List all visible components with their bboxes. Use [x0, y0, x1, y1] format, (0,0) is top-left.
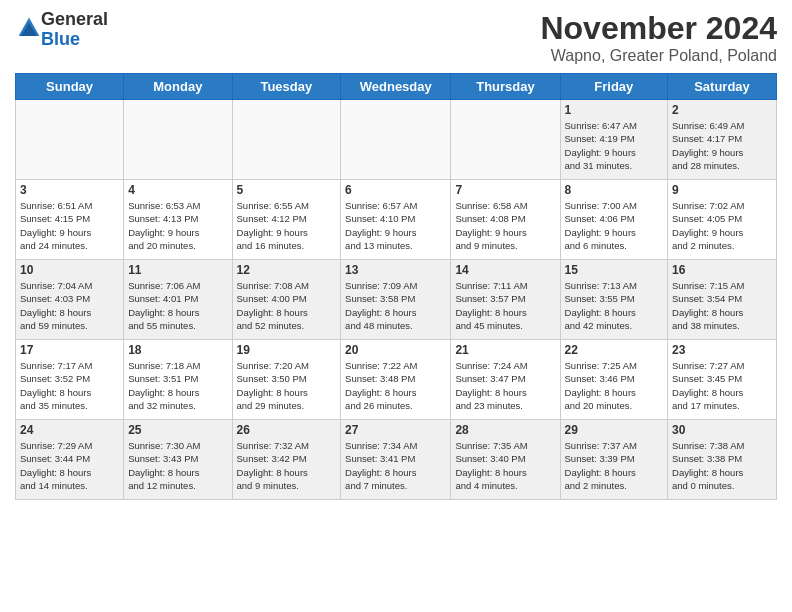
day-info: Sunrise: 7:08 AM Sunset: 4:00 PM Dayligh… — [237, 279, 337, 332]
calendar-header-thursday: Thursday — [451, 74, 560, 100]
day-info: Sunrise: 7:06 AM Sunset: 4:01 PM Dayligh… — [128, 279, 227, 332]
calendar-header-wednesday: Wednesday — [341, 74, 451, 100]
day-info: Sunrise: 7:15 AM Sunset: 3:54 PM Dayligh… — [672, 279, 772, 332]
day-number: 1 — [565, 103, 664, 117]
day-info: Sunrise: 6:53 AM Sunset: 4:13 PM Dayligh… — [128, 199, 227, 252]
calendar-header-saturday: Saturday — [668, 74, 777, 100]
day-number: 14 — [455, 263, 555, 277]
calendar-cell: 17Sunrise: 7:17 AM Sunset: 3:52 PM Dayli… — [16, 340, 124, 420]
calendar-cell: 23Sunrise: 7:27 AM Sunset: 3:45 PM Dayli… — [668, 340, 777, 420]
day-number: 17 — [20, 343, 119, 357]
header: General Blue November 2024 Wapno, Greate… — [15, 10, 777, 65]
day-info: Sunrise: 6:55 AM Sunset: 4:12 PM Dayligh… — [237, 199, 337, 252]
calendar-cell — [232, 100, 341, 180]
day-info: Sunrise: 7:30 AM Sunset: 3:43 PM Dayligh… — [128, 439, 227, 492]
calendar-week-3: 17Sunrise: 7:17 AM Sunset: 3:52 PM Dayli… — [16, 340, 777, 420]
calendar-cell: 2Sunrise: 6:49 AM Sunset: 4:17 PM Daylig… — [668, 100, 777, 180]
day-number: 25 — [128, 423, 227, 437]
calendar-cell: 6Sunrise: 6:57 AM Sunset: 4:10 PM Daylig… — [341, 180, 451, 260]
day-info: Sunrise: 7:17 AM Sunset: 3:52 PM Dayligh… — [20, 359, 119, 412]
title-section: November 2024 Wapno, Greater Poland, Pol… — [540, 10, 777, 65]
calendar-cell: 7Sunrise: 6:58 AM Sunset: 4:08 PM Daylig… — [451, 180, 560, 260]
calendar-week-2: 10Sunrise: 7:04 AM Sunset: 4:03 PM Dayli… — [16, 260, 777, 340]
calendar-cell: 30Sunrise: 7:38 AM Sunset: 3:38 PM Dayli… — [668, 420, 777, 500]
calendar-cell: 27Sunrise: 7:34 AM Sunset: 3:41 PM Dayli… — [341, 420, 451, 500]
logo-general-text: General — [41, 9, 108, 29]
calendar-cell: 25Sunrise: 7:30 AM Sunset: 3:43 PM Dayli… — [124, 420, 232, 500]
day-number: 5 — [237, 183, 337, 197]
calendar-cell: 14Sunrise: 7:11 AM Sunset: 3:57 PM Dayli… — [451, 260, 560, 340]
calendar-cell: 5Sunrise: 6:55 AM Sunset: 4:12 PM Daylig… — [232, 180, 341, 260]
day-number: 19 — [237, 343, 337, 357]
calendar-cell: 1Sunrise: 6:47 AM Sunset: 4:19 PM Daylig… — [560, 100, 668, 180]
calendar-cell: 9Sunrise: 7:02 AM Sunset: 4:05 PM Daylig… — [668, 180, 777, 260]
day-number: 30 — [672, 423, 772, 437]
day-number: 2 — [672, 103, 772, 117]
day-info: Sunrise: 7:37 AM Sunset: 3:39 PM Dayligh… — [565, 439, 664, 492]
day-info: Sunrise: 7:00 AM Sunset: 4:06 PM Dayligh… — [565, 199, 664, 252]
day-info: Sunrise: 7:38 AM Sunset: 3:38 PM Dayligh… — [672, 439, 772, 492]
day-info: Sunrise: 6:47 AM Sunset: 4:19 PM Dayligh… — [565, 119, 664, 172]
calendar-cell: 8Sunrise: 7:00 AM Sunset: 4:06 PM Daylig… — [560, 180, 668, 260]
calendar-header-row: SundayMondayTuesdayWednesdayThursdayFrid… — [16, 74, 777, 100]
day-info: Sunrise: 7:18 AM Sunset: 3:51 PM Dayligh… — [128, 359, 227, 412]
calendar-week-4: 24Sunrise: 7:29 AM Sunset: 3:44 PM Dayli… — [16, 420, 777, 500]
day-number: 28 — [455, 423, 555, 437]
day-number: 27 — [345, 423, 446, 437]
day-number: 29 — [565, 423, 664, 437]
calendar-cell: 28Sunrise: 7:35 AM Sunset: 3:40 PM Dayli… — [451, 420, 560, 500]
calendar-cell: 24Sunrise: 7:29 AM Sunset: 3:44 PM Dayli… — [16, 420, 124, 500]
calendar-cell — [341, 100, 451, 180]
day-info: Sunrise: 7:11 AM Sunset: 3:57 PM Dayligh… — [455, 279, 555, 332]
calendar-header-friday: Friday — [560, 74, 668, 100]
calendar-cell: 18Sunrise: 7:18 AM Sunset: 3:51 PM Dayli… — [124, 340, 232, 420]
main-title: November 2024 — [540, 10, 777, 47]
day-number: 9 — [672, 183, 772, 197]
calendar-cell: 11Sunrise: 7:06 AM Sunset: 4:01 PM Dayli… — [124, 260, 232, 340]
day-info: Sunrise: 7:34 AM Sunset: 3:41 PM Dayligh… — [345, 439, 446, 492]
day-number: 10 — [20, 263, 119, 277]
day-number: 4 — [128, 183, 227, 197]
calendar-table: SundayMondayTuesdayWednesdayThursdayFrid… — [15, 73, 777, 500]
subtitle: Wapno, Greater Poland, Poland — [540, 47, 777, 65]
calendar-cell — [16, 100, 124, 180]
calendar-cell: 22Sunrise: 7:25 AM Sunset: 3:46 PM Dayli… — [560, 340, 668, 420]
day-number: 11 — [128, 263, 227, 277]
day-info: Sunrise: 7:22 AM Sunset: 3:48 PM Dayligh… — [345, 359, 446, 412]
calendar-cell: 3Sunrise: 6:51 AM Sunset: 4:15 PM Daylig… — [16, 180, 124, 260]
calendar-cell: 16Sunrise: 7:15 AM Sunset: 3:54 PM Dayli… — [668, 260, 777, 340]
day-info: Sunrise: 7:24 AM Sunset: 3:47 PM Dayligh… — [455, 359, 555, 412]
day-info: Sunrise: 6:49 AM Sunset: 4:17 PM Dayligh… — [672, 119, 772, 172]
day-info: Sunrise: 7:20 AM Sunset: 3:50 PM Dayligh… — [237, 359, 337, 412]
day-info: Sunrise: 7:32 AM Sunset: 3:42 PM Dayligh… — [237, 439, 337, 492]
calendar-cell: 21Sunrise: 7:24 AM Sunset: 3:47 PM Dayli… — [451, 340, 560, 420]
logo-icon — [17, 16, 41, 40]
day-number: 16 — [672, 263, 772, 277]
logo-blue-text: Blue — [41, 29, 80, 49]
day-number: 21 — [455, 343, 555, 357]
calendar-cell — [124, 100, 232, 180]
day-info: Sunrise: 7:02 AM Sunset: 4:05 PM Dayligh… — [672, 199, 772, 252]
day-info: Sunrise: 6:58 AM Sunset: 4:08 PM Dayligh… — [455, 199, 555, 252]
day-number: 23 — [672, 343, 772, 357]
day-info: Sunrise: 7:29 AM Sunset: 3:44 PM Dayligh… — [20, 439, 119, 492]
day-info: Sunrise: 7:25 AM Sunset: 3:46 PM Dayligh… — [565, 359, 664, 412]
calendar-cell: 29Sunrise: 7:37 AM Sunset: 3:39 PM Dayli… — [560, 420, 668, 500]
day-info: Sunrise: 7:09 AM Sunset: 3:58 PM Dayligh… — [345, 279, 446, 332]
day-number: 8 — [565, 183, 664, 197]
day-number: 13 — [345, 263, 446, 277]
day-number: 3 — [20, 183, 119, 197]
day-number: 20 — [345, 343, 446, 357]
calendar-cell: 20Sunrise: 7:22 AM Sunset: 3:48 PM Dayli… — [341, 340, 451, 420]
day-number: 26 — [237, 423, 337, 437]
logo: General Blue — [15, 10, 108, 50]
day-info: Sunrise: 7:35 AM Sunset: 3:40 PM Dayligh… — [455, 439, 555, 492]
day-number: 22 — [565, 343, 664, 357]
calendar-cell: 26Sunrise: 7:32 AM Sunset: 3:42 PM Dayli… — [232, 420, 341, 500]
calendar-header-sunday: Sunday — [16, 74, 124, 100]
calendar-week-1: 3Sunrise: 6:51 AM Sunset: 4:15 PM Daylig… — [16, 180, 777, 260]
day-info: Sunrise: 6:51 AM Sunset: 4:15 PM Dayligh… — [20, 199, 119, 252]
day-number: 15 — [565, 263, 664, 277]
day-number: 24 — [20, 423, 119, 437]
day-info: Sunrise: 7:04 AM Sunset: 4:03 PM Dayligh… — [20, 279, 119, 332]
